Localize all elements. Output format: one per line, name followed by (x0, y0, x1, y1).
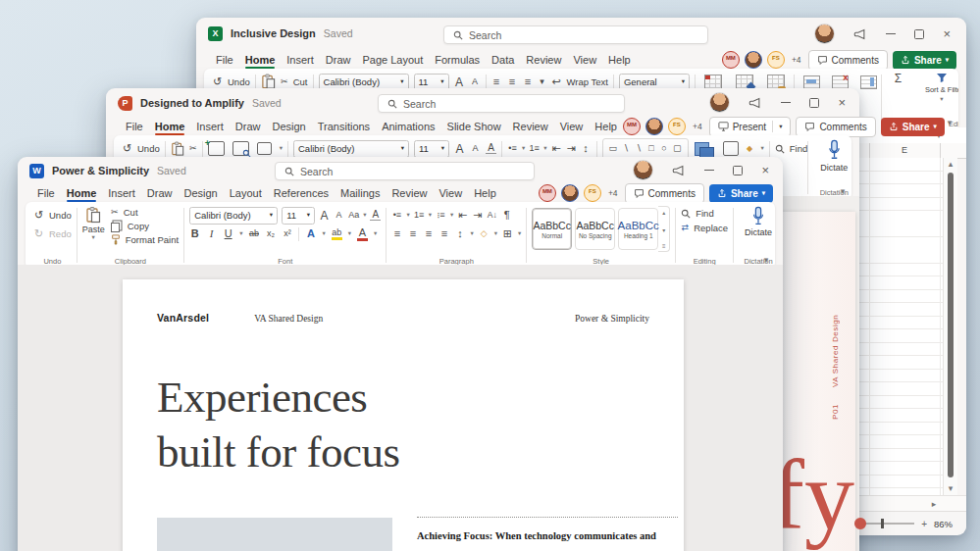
share-button[interactable]: Share▾ (881, 118, 945, 136)
tab-insert[interactable]: Insert (102, 187, 141, 199)
text-box-icon[interactable] (609, 144, 618, 153)
presence-overflow[interactable]: +4 (792, 55, 801, 65)
insert-cells-icon[interactable] (803, 75, 820, 89)
clear-formatting-button[interactable] (370, 210, 381, 221)
scroll-right-arrow[interactable] (930, 500, 938, 509)
numbering-button[interactable] (529, 144, 540, 153)
tab-references[interactable]: References (268, 187, 335, 199)
microphone-icon[interactable] (751, 206, 765, 226)
excel-search-input[interactable]: Search (443, 25, 708, 44)
presence-avatar-mm[interactable]: MM (539, 184, 556, 202)
tab-insert[interactable]: Insert (281, 54, 320, 66)
share-button[interactable]: Share▾ (893, 51, 956, 70)
style-gallery-scroll[interactable]: ▴▾≡ (658, 206, 670, 252)
present-button[interactable]: Present ▾ (709, 117, 792, 137)
grow-font-button[interactable] (319, 210, 330, 222)
font-size-select[interactable]: 11▾ (414, 140, 449, 158)
find-button[interactable]: Find (775, 139, 807, 158)
comments-button[interactable]: Comments (625, 183, 704, 204)
find-button[interactable]: Find (681, 206, 728, 221)
underline-button[interactable] (223, 228, 233, 239)
undo-button[interactable]: Undo (33, 206, 72, 225)
oval-shape-icon[interactable] (660, 144, 668, 153)
presence-avatar-photo[interactable] (645, 118, 663, 135)
presence-avatar-mm[interactable]: MM (623, 118, 641, 135)
text-effects-button[interactable] (305, 228, 316, 239)
wrap-text-icon[interactable] (551, 76, 562, 87)
format-painter-button[interactable]: Format Paint (111, 233, 179, 246)
excel-vertical-scrollbar[interactable] (943, 158, 957, 495)
borders-button[interactable] (502, 228, 513, 239)
presence-avatar-photo[interactable] (561, 184, 579, 202)
zoom-level[interactable]: 86% (934, 519, 953, 529)
grow-font-button[interactable] (454, 143, 465, 155)
presence-avatar-mm[interactable]: MM (722, 51, 740, 69)
tab-data[interactable]: Data (486, 54, 520, 66)
tab-draw[interactable]: Draw (141, 187, 179, 199)
format-cells-icon[interactable] (860, 75, 877, 89)
increase-indent-button[interactable] (566, 143, 577, 154)
clipboard-icon[interactable] (171, 141, 184, 157)
tab-draw[interactable]: Draw (320, 54, 357, 66)
dictate-button[interactable]: Dictate (820, 163, 848, 173)
maximize-button[interactable] (809, 98, 819, 108)
orientation-dropdown[interactable] (539, 77, 546, 86)
tab-file[interactable]: File (210, 54, 239, 66)
tab-slide-show[interactable]: Slide Show (441, 121, 507, 132)
megaphone-icon[interactable] (748, 96, 762, 110)
sort-button[interactable] (487, 211, 497, 220)
tab-home[interactable]: Home (239, 54, 282, 66)
tab-help[interactable]: Help (589, 121, 623, 132)
comments-button[interactable]: Comments (808, 50, 888, 71)
new-slide-icon[interactable]: + (208, 141, 225, 156)
font-color-button[interactable] (357, 227, 368, 241)
numbering-button[interactable] (414, 211, 425, 220)
ribbon-collapse-chevron[interactable] (762, 256, 770, 265)
align-center-button[interactable] (407, 228, 418, 239)
tab-review[interactable]: Review (386, 187, 433, 199)
presence-avatar-photo[interactable] (745, 51, 762, 69)
italic-button[interactable] (206, 228, 217, 239)
font-name-select[interactable]: Calibri (Body)▾ (189, 207, 278, 225)
shrink-font-button[interactable] (470, 144, 481, 153)
zoom-slider-thumb[interactable] (881, 519, 884, 528)
style-normal[interactable]: AaBbCcNormal (532, 208, 572, 250)
highlight-color-button[interactable] (332, 228, 342, 240)
show-formatting-button[interactable] (501, 210, 512, 221)
line-shape-icon[interactable] (622, 144, 630, 153)
tab-file[interactable]: File (120, 121, 149, 132)
slide-layout-icon[interactable] (257, 142, 272, 155)
tab-design[interactable]: Design (178, 187, 223, 199)
undo-button[interactable]: Undo (122, 139, 160, 158)
column-header-e[interactable]: E (883, 145, 926, 155)
tab-design[interactable]: Design (266, 121, 311, 132)
minimize-button[interactable] (886, 33, 896, 34)
tab-animations[interactable]: Animations (376, 121, 440, 132)
tab-view[interactable]: View (567, 54, 602, 66)
tab-transitions[interactable]: Transitions (312, 121, 376, 132)
wrap-text-label[interactable]: Wrap Text (567, 76, 608, 87)
profile-avatar[interactable] (815, 25, 834, 43)
replace-button[interactable]: Replace (681, 221, 728, 235)
presence-avatar-fs[interactable]: FS (584, 184, 601, 202)
bullets-button[interactable] (391, 211, 402, 220)
cut-icon[interactable] (281, 77, 288, 86)
grow-font-button[interactable] (454, 76, 465, 88)
cut-button[interactable]: Cut (111, 206, 179, 219)
superscript-button[interactable] (282, 229, 292, 238)
paste-button[interactable]: Paste▾ (82, 206, 105, 246)
document-image-placeholder[interactable] (157, 518, 392, 551)
cell-styles-icon[interactable] (767, 75, 785, 89)
change-case-button[interactable] (348, 211, 359, 220)
arrow-shape-icon[interactable] (635, 144, 643, 153)
tab-formulas[interactable]: Formulas (429, 54, 486, 66)
maximize-button[interactable] (914, 29, 924, 39)
share-button[interactable]: Share▾ (709, 184, 773, 203)
scroll-down-arrow[interactable] (947, 484, 954, 493)
conditional-formatting-icon[interactable] (704, 75, 722, 89)
line-spacing-button[interactable] (454, 228, 465, 239)
align-right-button[interactable] (423, 228, 434, 239)
presence-overflow[interactable]: +4 (608, 188, 618, 198)
comments-button[interactable]: Comments (796, 117, 875, 137)
align-left-button[interactable] (391, 228, 402, 239)
